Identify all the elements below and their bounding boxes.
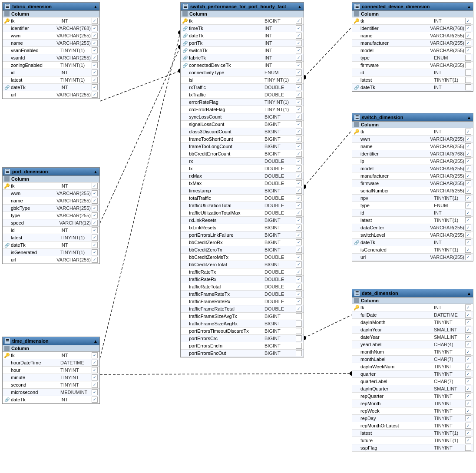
col-checkbox[interactable]: [92, 40, 98, 46]
table-row[interactable]: vsanEnabledTINYINT(1): [3, 47, 99, 54]
table-row[interactable]: frameTooLongCountBIGINT: [181, 143, 304, 150]
table-row[interactable]: quarterLabelCHAR(7): [352, 378, 473, 385]
col-checkbox[interactable]: [465, 40, 471, 46]
table-row[interactable]: isGeneratedTINYINT(1): [352, 246, 473, 254]
table-row[interactable]: 🔗dateTkINT: [3, 396, 99, 404]
table-row[interactable]: 🔗dateTkINT: [352, 239, 473, 246]
table-row[interactable]: dataCenterVARCHAR(255): [352, 224, 473, 232]
col-checkbox[interactable]: [92, 47, 98, 53]
table-collapse-switch_dimension[interactable]: ▲: [467, 115, 471, 120]
table-title-switch_performance_for_port_hourly_fact[interactable]: ☰switch_performance_for_port_hourly_fact…: [181, 3, 304, 11]
table-row[interactable]: trafficFrameRateRxDOUBLE: [181, 298, 304, 305]
table-row[interactable]: 🔑tkINT: [352, 304, 473, 311]
table-title-date_dimension[interactable]: ☰date_dimension▲: [352, 289, 473, 298]
table-row[interactable]: monthLabelCHAR(7): [352, 356, 473, 363]
col-checkbox[interactable]: [296, 188, 302, 194]
col-checkbox[interactable]: [92, 55, 98, 61]
col-checkbox[interactable]: [92, 62, 98, 68]
col-checkbox[interactable]: [465, 158, 471, 164]
col-checkbox[interactable]: [296, 40, 302, 46]
table-title-switch_dimension[interactable]: ☰switch_dimension▲: [352, 113, 473, 122]
col-checkbox[interactable]: [296, 129, 302, 135]
col-checkbox[interactable]: [296, 136, 302, 142]
col-checkbox[interactable]: [92, 235, 98, 241]
col-checkbox[interactable]: [465, 225, 471, 231]
table-row[interactable]: nameVARCHAR(255): [3, 40, 99, 47]
table-row[interactable]: wwnVARCHAR(255): [3, 32, 99, 40]
table-row[interactable]: firmwareVARCHAR(255): [352, 62, 473, 69]
table-title-connected_device_dimension[interactable]: ☰connected_device_dimension▲: [352, 3, 473, 11]
col-checkbox[interactable]: [465, 62, 471, 68]
table-row[interactable]: speedVARCHAR(12): [3, 219, 99, 227]
table-row[interactable]: crcErrorRateFlagTINYINT(1): [181, 106, 304, 113]
col-checkbox[interactable]: [296, 92, 302, 98]
col-checkbox[interactable]: [92, 183, 98, 189]
table-row[interactable]: trafficRateTxDOUBLE: [181, 268, 304, 276]
table-row[interactable]: manufacturerVARCHAR(255): [352, 40, 473, 47]
col-checkbox[interactable]: [92, 190, 98, 196]
col-checkbox[interactable]: [465, 69, 471, 76]
table-row[interactable]: totalTrafficDOUBLE: [181, 195, 304, 202]
table-row[interactable]: rxTrafficDOUBLE: [181, 84, 304, 91]
table-row[interactable]: 🔑tkINT: [352, 17, 473, 25]
col-checkbox[interactable]: [465, 217, 471, 223]
col-checkbox[interactable]: [296, 62, 302, 68]
table-row[interactable]: bbCreditErrorCountBIGINT: [181, 150, 304, 158]
table-title-port_dimension[interactable]: ☰port_dimension▲: [3, 168, 99, 176]
col-checkbox[interactable]: [296, 306, 302, 312]
col-checkbox[interactable]: [296, 217, 302, 223]
table-row[interactable]: latestTINYINT(1): [352, 217, 473, 224]
col-checkbox[interactable]: [296, 254, 302, 260]
col-checkbox[interactable]: [296, 343, 302, 349]
col-checkbox[interactable]: [92, 25, 98, 31]
col-checkbox[interactable]: [465, 304, 471, 311]
col-checkbox[interactable]: [92, 33, 98, 39]
table-row[interactable]: isGeneratedTINYINT(1): [3, 249, 99, 256]
col-checkbox[interactable]: [92, 77, 98, 83]
table-row[interactable]: modelVARCHAR(255): [352, 165, 473, 172]
col-checkbox[interactable]: [296, 106, 302, 112]
col-checkbox[interactable]: [92, 257, 98, 263]
col-checkbox[interactable]: [465, 415, 471, 421]
col-checkbox[interactable]: [92, 242, 98, 248]
table-row[interactable]: urlVARCHAR(255): [3, 256, 99, 264]
table-row[interactable]: nameVARCHAR(255): [352, 32, 473, 40]
col-checkbox[interactable]: [92, 249, 98, 255]
col-checkbox[interactable]: [92, 389, 98, 395]
col-checkbox[interactable]: [465, 430, 471, 436]
col-checkbox[interactable]: [296, 284, 302, 290]
col-checkbox[interactable]: [465, 18, 471, 24]
table-row[interactable]: identifierVARCHAR(768): [352, 25, 473, 32]
table-row[interactable]: 🔑tkINT: [3, 352, 99, 359]
col-checkbox[interactable]: [92, 352, 98, 358]
table-row[interactable]: portErrorsLinkFailureBIGINT: [181, 232, 304, 239]
table-row[interactable]: idINT: [3, 69, 99, 76]
table-row[interactable]: 🔑tkINT: [3, 17, 99, 25]
table-row[interactable]: hourTINYINT: [3, 367, 99, 374]
col-checkbox[interactable]: [465, 437, 471, 443]
col-checkbox[interactable]: [92, 374, 98, 380]
col-checkbox[interactable]: [465, 195, 471, 201]
col-checkbox[interactable]: [465, 254, 471, 260]
table-row[interactable]: trafficFrameRateTotalDOUBLE: [181, 305, 304, 313]
table-row[interactable]: monthNumTINYINT: [352, 348, 473, 356]
table-row[interactable]: txLinkResetsBIGINT: [181, 224, 304, 232]
table-row[interactable]: dayInQuarterSMALLINT: [352, 385, 473, 393]
table-row[interactable]: idINT: [352, 209, 473, 217]
table-row[interactable]: trafficUtilizationTotalMaxDOUBLE: [181, 209, 304, 217]
table-row[interactable]: dayInMonthTINYINT: [352, 319, 473, 326]
col-checkbox[interactable]: [465, 180, 471, 186]
col-checkbox[interactable]: [296, 335, 302, 341]
col-checkbox[interactable]: [296, 247, 302, 253]
col-checkbox[interactable]: [296, 165, 302, 172]
table-row[interactable]: signalLossCountBIGINT: [181, 121, 304, 128]
table-row[interactable]: repDayTINYINT: [352, 415, 473, 422]
table-row[interactable]: nameVARCHAR(255): [352, 143, 473, 150]
col-checkbox[interactable]: [296, 151, 302, 157]
table-title-fabric_dimension[interactable]: ☰fabric_dimension▲: [3, 3, 99, 11]
table-collapse-switch_performance_for_port_hourly_fact[interactable]: ▲: [298, 4, 302, 9]
table-row[interactable]: wwnVARCHAR(255): [3, 190, 99, 197]
col-checkbox[interactable]: [465, 143, 471, 149]
col-checkbox[interactable]: [296, 261, 302, 268]
col-checkbox[interactable]: [296, 269, 302, 275]
